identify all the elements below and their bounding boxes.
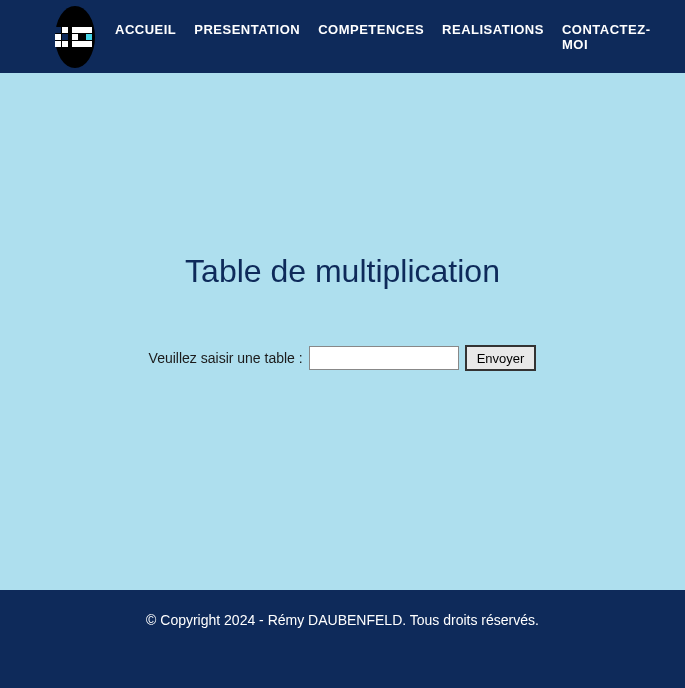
- svg-rect-0: [55, 27, 61, 33]
- header: ACCUEIL PRESENTATION COMPETENCES REALISA…: [0, 0, 685, 73]
- svg-rect-9: [72, 41, 92, 47]
- footer: © Copyright 2024 - Rémy DAUBENFELD. Tous…: [0, 590, 685, 688]
- svg-rect-2: [55, 34, 61, 40]
- nav-accueil[interactable]: ACCUEIL: [115, 22, 176, 52]
- table-form: Veuillez saisir une table : Envoyer: [149, 345, 537, 371]
- svg-rect-1: [62, 27, 68, 33]
- table-input[interactable]: [309, 346, 459, 370]
- nav-realisations[interactable]: REALISATIONS: [442, 22, 544, 52]
- main-content: Table de multiplication Veuillez saisir …: [0, 73, 685, 590]
- logo[interactable]: [55, 6, 95, 68]
- main-nav: ACCUEIL PRESENTATION COMPETENCES REALISA…: [115, 22, 650, 52]
- table-input-label: Veuillez saisir une table :: [149, 350, 303, 366]
- nav-contactez-moi[interactable]: CONTACTEZ-MOI: [562, 22, 651, 52]
- svg-rect-4: [55, 41, 61, 47]
- logo-icon: [55, 23, 95, 51]
- svg-rect-6: [72, 27, 92, 33]
- svg-rect-5: [62, 41, 68, 47]
- svg-rect-8: [86, 34, 92, 40]
- nav-competences[interactable]: COMPETENCES: [318, 22, 424, 52]
- svg-rect-3: [62, 34, 68, 40]
- svg-rect-7: [72, 34, 78, 40]
- copyright-text: © Copyright 2024 - Rémy DAUBENFELD. Tous…: [146, 612, 539, 628]
- nav-presentation[interactable]: PRESENTATION: [194, 22, 300, 52]
- submit-button[interactable]: Envoyer: [465, 345, 537, 371]
- page-title: Table de multiplication: [185, 253, 500, 290]
